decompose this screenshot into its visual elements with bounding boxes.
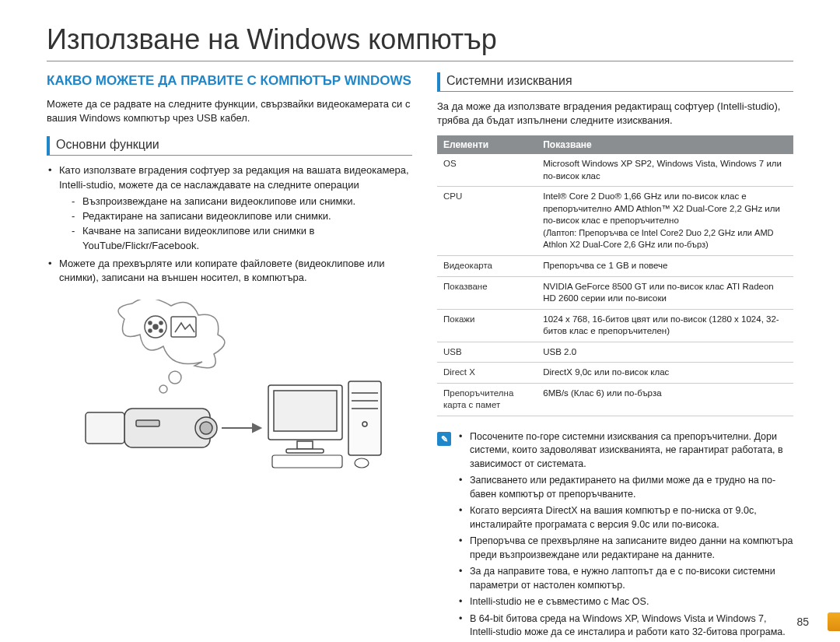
- note-item: Когато версията DirectX на вашия компютъ…: [459, 504, 793, 531]
- note-item: Посочените по-горе системни изисквания с…: [459, 430, 793, 472]
- table-row: Direct XDirectX 9,0c или по-висок клас: [437, 363, 793, 384]
- bullet-text: Като използвате вградения софтуер за ред…: [59, 164, 409, 191]
- edge-tab: [828, 612, 840, 631]
- note-item: Intelli-studio не е съвместимо с Mac OS.: [459, 595, 793, 609]
- svg-point-0: [169, 371, 181, 384]
- table-row: ВидеокартаПрепоръчва се 1 GB и повече: [437, 255, 793, 276]
- note-item: В 64-bit битова среда на Windows XP, Win…: [459, 612, 793, 640]
- table-row: Покажи1024 x 768, 16-битов цвят или по-в…: [437, 309, 793, 342]
- basic-functions-list: Като използвате вградения софтуер за ред…: [47, 163, 412, 286]
- svg-rect-17: [274, 391, 337, 431]
- right-intro: За да може да използвате вградения редак…: [437, 100, 793, 128]
- svg-rect-25: [272, 455, 342, 468]
- dash-item: Редактиране на записани видеоклипове или…: [72, 209, 412, 224]
- bullet-text: Можете да прехвърляте или копирате файло…: [48, 257, 412, 286]
- table-row: USBUSB 2.0: [437, 342, 793, 363]
- table-row: Препоръчителна карта с памет6MB/s (Клас …: [437, 383, 793, 416]
- illustration-camera-to-pc: [70, 300, 389, 471]
- table-header-display: Показване: [537, 135, 793, 154]
- note-item: Записването или редактирането на филми м…: [459, 474, 793, 501]
- left-column: КАКВО МОЖЕТЕ ДА ПРАВИТЕ С КОМПЮТЪР WINDO…: [47, 72, 412, 642]
- svg-point-4: [149, 321, 152, 325]
- svg-rect-18: [297, 441, 313, 449]
- system-requirements-table: Елементи Показване OSMicrosoft Windows X…: [437, 135, 793, 416]
- subheading-basic-functions: Основни функции: [47, 136, 412, 156]
- dash-item: Качване на записани видеоклипове или сни…: [72, 224, 412, 254]
- cpu-main: Intel® Core 2 Duo® 1,66 GHz или по-висок…: [543, 191, 780, 225]
- svg-point-1: [159, 385, 167, 393]
- subheading-system-requirements: Системни изисквания: [437, 72, 793, 92]
- note-item: Препоръчва се прехвърляне на записаните …: [459, 535, 793, 562]
- svg-rect-10: [86, 412, 124, 444]
- svg-marker-15: [253, 424, 261, 432]
- notes-block: ✎ Посочените по-горе системни изисквания…: [437, 430, 793, 642]
- page-number: 85: [796, 616, 809, 628]
- svg-point-24: [362, 422, 367, 426]
- svg-point-3: [153, 325, 158, 329]
- table-header-elements: Елементи: [437, 135, 537, 154]
- page-title: Използване на Windows компютър: [47, 23, 793, 61]
- right-column: Системни изисквания За да може да използ…: [437, 72, 793, 642]
- note-icon: ✎: [437, 432, 451, 446]
- section-heading-left: КАКВО МОЖЕТЕ ДА ПРАВИТЕ С КОМПЮТЪР WINDO…: [47, 72, 412, 89]
- svg-point-7: [159, 329, 163, 332]
- table-row: CPU Intel® Core 2 Duo® 1,66 GHz или по-в…: [437, 187, 793, 256]
- dash-item: Възпроизвеждане на записани видеоклипове…: [72, 195, 412, 209]
- svg-point-5: [159, 321, 163, 325]
- cpu-laptop-note: (Лаптоп: Препоръчва се Intel Core2 Duo 2…: [543, 228, 773, 250]
- note-item: За да направите това, е нужно лаптопът д…: [459, 565, 793, 592]
- table-row: ПоказванеNVIDIA GeForce 8500 GT или по-в…: [437, 276, 793, 309]
- svg-point-26: [355, 458, 369, 468]
- table-row: OSMicrosoft Windows XP SP2, Windows Vist…: [437, 154, 793, 187]
- svg-rect-19: [286, 449, 324, 453]
- svg-rect-13: [136, 420, 159, 426]
- svg-point-6: [149, 329, 152, 332]
- left-intro: Можете да се радвате на следните функции…: [47, 97, 412, 125]
- svg-point-12: [200, 422, 212, 434]
